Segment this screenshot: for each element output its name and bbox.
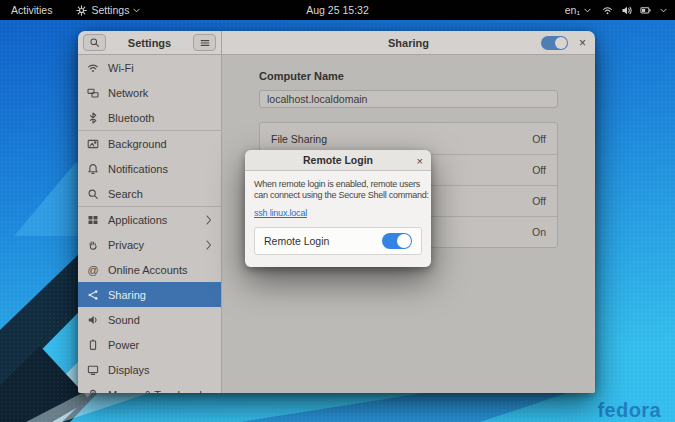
row-status: Off: [532, 133, 546, 145]
sidebar-item-label: Bluetooth: [108, 112, 154, 124]
sidebar-item-network[interactable]: Network: [78, 80, 221, 105]
computer-name-value: localhost.localdomain: [267, 93, 367, 105]
toggle-knob: [555, 37, 567, 49]
mouse-icon: [87, 389, 99, 394]
sidebar-item-label: Applications: [108, 214, 167, 226]
wifi-icon[interactable]: [602, 5, 613, 16]
sidebar-item-mouse-touchpad[interactable]: Mouse & Touchpad: [78, 382, 221, 393]
at-icon: @: [87, 264, 99, 276]
sidebar-item-wifi[interactable]: Wi-Fi: [78, 55, 221, 80]
remote-login-toggle-row[interactable]: Remote Login: [254, 227, 422, 255]
row-status: On: [532, 226, 546, 238]
sidebar-item-displays[interactable]: Displays: [78, 357, 221, 382]
chevron-down-icon: [133, 8, 140, 13]
hamburger-icon: [200, 34, 210, 52]
bell-icon: [87, 163, 99, 175]
row-label: File Sharing: [271, 133, 327, 145]
activities-button[interactable]: Activities: [8, 0, 55, 20]
dialog-title: Remote Login: [303, 154, 373, 166]
sidebar-item-sound[interactable]: Sound: [78, 307, 221, 332]
search-icon: [89, 34, 100, 52]
remote-login-dialog: Remote Login × When remote login is enab…: [245, 150, 431, 267]
fedora-logo: fedora: [597, 399, 661, 422]
sidebar-item-label: Sound: [108, 314, 140, 326]
screen: fedora Activities Settings Aug 25 15:32 …: [0, 0, 675, 422]
menu-button[interactable]: [193, 34, 216, 51]
content-headerbar: Sharing ×: [222, 31, 595, 55]
sidebar-item-notifications[interactable]: Notifications: [78, 156, 221, 181]
sidebar-item-label: Online Accounts: [108, 264, 188, 276]
bluetooth-icon: [87, 112, 99, 124]
monitor-icon: [87, 364, 99, 376]
sidebar-item-label: Search: [108, 188, 143, 200]
network-icon: [87, 87, 99, 99]
window-close-icon[interactable]: ×: [579, 37, 586, 49]
sidebar-item-privacy[interactable]: Privacy: [78, 232, 221, 257]
dialog-description-line2: can connect using the Secure Shell comma…: [254, 190, 422, 201]
sidebar-item-applications[interactable]: Applications: [78, 207, 221, 232]
app-menu-label: Settings: [91, 4, 129, 16]
grid-icon: [87, 214, 99, 226]
battery-icon[interactable]: [640, 5, 652, 16]
computer-name-label: Computer Name: [259, 70, 558, 82]
sidebar-item-label: Displays: [108, 364, 150, 376]
sidebar-item-label: Sharing: [108, 289, 146, 301]
sidebar-item-label: Power: [108, 339, 139, 351]
sidebar-item-label: Network: [108, 87, 148, 99]
window-headerbar: Settings Sharing ×: [78, 31, 595, 55]
sidebar-item-label: Notifications: [108, 163, 168, 175]
sidebar-item-search[interactable]: Search: [78, 181, 221, 206]
toggle-knob: [397, 234, 411, 248]
chevron-right-icon: [206, 215, 212, 225]
sidebar-item-label: Wi-Fi: [108, 62, 134, 74]
chevron-right-icon: [206, 240, 212, 250]
keyboard-layout-label: en₁: [565, 4, 580, 16]
remote-login-label: Remote Login: [264, 235, 329, 247]
dialog-close-icon[interactable]: ×: [417, 150, 423, 171]
panel-title: Sharing: [222, 37, 595, 49]
image-icon: [87, 138, 99, 150]
dialog-headerbar: Remote Login ×: [245, 150, 431, 171]
app-menu-settings[interactable]: Settings: [73, 0, 143, 20]
window-title: Settings: [106, 37, 193, 49]
sharing-master-toggle[interactable]: [541, 36, 568, 50]
sidebar-item-label: Background: [108, 138, 167, 150]
hand-icon: [87, 239, 99, 251]
search-icon: [87, 188, 99, 200]
dialog-description-line1: When remote login is enabled, remote use…: [254, 179, 422, 190]
computer-name-input[interactable]: localhost.localdomain: [259, 90, 558, 108]
row-status: Off: [532, 164, 546, 176]
sidebar-item-sharing[interactable]: Sharing: [78, 282, 221, 307]
sidebar-headerbar: Settings: [78, 31, 222, 55]
sidebar-item-background[interactable]: Background: [78, 131, 221, 156]
sidebar-item-power[interactable]: Power: [78, 332, 221, 357]
sidebar-item-label: Privacy: [108, 239, 144, 251]
sidebar-item-online-accounts[interactable]: @ Online Accounts: [78, 257, 221, 282]
ssh-command-link[interactable]: ssh linux.local: [254, 208, 307, 218]
activities-label: Activities: [11, 4, 52, 16]
top-bar: Activities Settings Aug 25 15:32 en₁: [0, 0, 675, 20]
dialog-body: When remote login is enabled, remote use…: [245, 171, 431, 267]
gear-icon: [76, 5, 87, 16]
share-icon: [87, 289, 99, 301]
sidebar-item-bluetooth[interactable]: Bluetooth: [78, 105, 221, 130]
sidebar-item-label: Mouse & Touchpad: [108, 389, 202, 394]
settings-sidebar: Wi-Fi Network Bluetooth Background: [78, 55, 222, 393]
row-status: Off: [532, 195, 546, 207]
wifi-icon: [87, 62, 99, 74]
battery-icon: [87, 339, 99, 351]
system-menu-chevron-icon[interactable]: [660, 8, 667, 13]
keyboard-layout-menu[interactable]: en₁: [562, 0, 594, 20]
speaker-icon: [87, 314, 99, 326]
volume-icon[interactable]: [621, 5, 632, 16]
chevron-down-icon: [584, 8, 591, 13]
search-button[interactable]: [83, 34, 106, 51]
remote-login-toggle[interactable]: [382, 233, 412, 249]
